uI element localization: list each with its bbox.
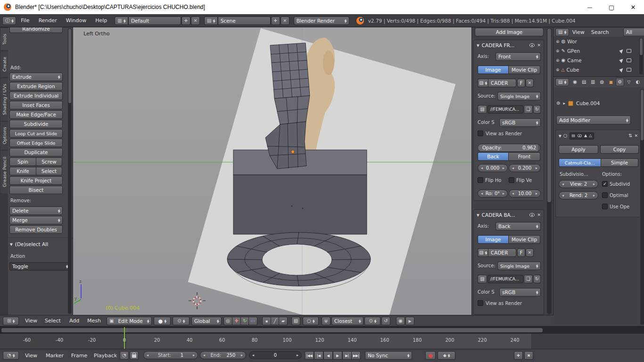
menu-marker[interactable]: Marker	[41, 353, 68, 359]
add-modifier-select[interactable]: Add Modifier	[556, 115, 631, 124]
face-select-mode-button[interactable]	[279, 317, 288, 325]
pin-icon[interactable]	[556, 101, 560, 106]
color-space-select[interactable]: sRGB	[499, 288, 541, 296]
vertex-select-mode-button[interactable]	[262, 317, 271, 325]
render-subdivisions-field[interactable]: Rend: 2	[559, 191, 598, 199]
tab-world-icon[interactable]	[598, 78, 606, 86]
subdivide-uvs-checkbox[interactable]	[602, 181, 608, 187]
increment-icon[interactable]	[593, 194, 595, 197]
tab-scene-icon[interactable]	[589, 78, 597, 86]
decrement-icon[interactable]	[512, 166, 514, 170]
scene-delete-button[interactable]	[281, 16, 289, 25]
pivot-point-select[interactable]	[173, 317, 190, 325]
image-browse-button[interactable]	[478, 79, 488, 87]
render-visibility-icon[interactable]	[627, 58, 631, 62]
outliner-row-cube[interactable]: Cube	[553, 65, 644, 74]
deselect-all-panel-header[interactable]: (De)select All	[8, 239, 73, 249]
opacity-slider[interactable]: Opacity:0.962	[478, 144, 541, 152]
opengl-render-image-button[interactable]	[396, 317, 405, 325]
tab-create[interactable]: Create	[0, 51, 8, 77]
increment-icon[interactable]	[536, 166, 537, 170]
cage-toggle-icon[interactable]: △	[589, 134, 592, 138]
unlink-image-button[interactable]	[526, 248, 534, 257]
selectable-toggle-icon[interactable]	[619, 48, 624, 53]
tool-randomize-button[interactable]: Randomize	[9, 27, 63, 33]
outliner-row-gpencil[interactable]: GPen	[553, 46, 644, 56]
outliner-scrollbar[interactable]	[639, 38, 643, 74]
rotation-field[interactable]: Ro: 0°	[478, 189, 508, 197]
scrollbar-handle[interactable]	[547, 28, 552, 203]
tool-subdivide-button[interactable]: Subdivide	[9, 120, 63, 128]
image-icon-button[interactable]	[478, 275, 487, 283]
scene-browse-button[interactable]	[204, 16, 218, 25]
viewport-shading-select[interactable]	[154, 317, 171, 325]
menu-frame[interactable]: Frame	[67, 353, 91, 359]
timeline-h-scrollbar[interactable]	[1, 328, 543, 333]
filepath-field[interactable]: //FEMUR\CA...	[487, 105, 523, 114]
editor-type-timeline-button[interactable]	[3, 351, 19, 360]
scene-add-button[interactable]	[271, 16, 280, 25]
scrollbar-handle[interactable]	[639, 38, 643, 56]
menu-search[interactable]: Search	[588, 29, 612, 35]
menu-render[interactable]: Render	[34, 17, 61, 24]
image-name-field[interactable]: CADER	[488, 248, 516, 257]
subdivision-catmull-clark-button[interactable]: Catmull-Cla...	[559, 158, 601, 167]
expand-icon[interactable]	[556, 49, 560, 53]
back-button[interactable]: Back	[478, 152, 509, 161]
menu-select[interactable]: Select	[41, 318, 65, 324]
current-frame-field[interactable]: 0	[249, 351, 302, 359]
decrement-icon[interactable]	[562, 194, 564, 197]
properties-scrollbar[interactable]	[640, 89, 644, 325]
region-scrollbar[interactable]	[547, 28, 552, 314]
use-preview-range-button[interactable]	[120, 351, 129, 360]
tab-movie-clip[interactable]: Movie Clip	[508, 66, 540, 74]
tool-make-edge-face-button[interactable]: Make Edge/Face	[9, 110, 63, 119]
tool-remove-doubles-button[interactable]: Remove Doubles	[9, 225, 63, 234]
increment-icon[interactable]	[241, 354, 243, 357]
image-name-field[interactable]: CADER	[488, 79, 516, 87]
fake-user-button[interactable]: F	[517, 79, 525, 87]
render-visibility-icon[interactable]	[627, 49, 631, 53]
screen-layout-delete-button[interactable]	[191, 16, 200, 25]
tool-extrude-individual-button[interactable]: Extrude Individual	[9, 91, 63, 100]
limit-to-visible-button[interactable]	[291, 317, 300, 325]
tool-extrude-region-button[interactable]: Extrude Region	[9, 82, 63, 90]
jump-to-start-button[interactable]	[305, 351, 314, 360]
view-subdivisions-field[interactable]: View: 2	[559, 180, 598, 188]
menu-playback[interactable]: Playback	[90, 353, 121, 359]
editor-type-properties-button[interactable]	[555, 78, 569, 86]
decrement-icon[interactable]	[562, 182, 564, 186]
reload-button[interactable]	[533, 275, 541, 283]
mode-select[interactable]: Edit Mode	[107, 317, 152, 325]
outliner-item-label[interactable]: Came	[567, 58, 581, 63]
increment-icon[interactable]	[503, 192, 504, 196]
screen-layout-name-field[interactable]: Default	[128, 16, 181, 25]
translate-manipulator-button[interactable]	[232, 317, 241, 325]
offset-y-field[interactable]: 0.200	[509, 164, 541, 172]
keying-set-select[interactable]	[438, 351, 455, 360]
flip-vertical-checkbox[interactable]	[509, 177, 514, 183]
tool-duplicate-button[interactable]: Duplicate	[9, 148, 63, 156]
proportional-edit-select[interactable]	[303, 317, 319, 325]
tool-bisect-button[interactable]: Bisect	[9, 186, 63, 194]
opengl-render-anim-button[interactable]	[405, 317, 414, 325]
tool-spin-button[interactable]: Spin	[9, 157, 36, 166]
decrement-icon[interactable]	[203, 354, 205, 357]
tab-material-icon[interactable]	[634, 78, 642, 86]
scrollbar-handle[interactable]	[68, 28, 72, 104]
filepath-field[interactable]: //FEMUR\CA...	[487, 275, 523, 283]
render-toggle-icon[interactable]	[572, 134, 576, 138]
render-engine-select[interactable]: Blender Render	[294, 16, 349, 25]
render-visibility-icon[interactable]	[627, 68, 631, 72]
viewport-visibility-icon[interactable]	[578, 134, 582, 137]
eye-icon[interactable]	[529, 213, 535, 217]
delete-keyframe-button[interactable]	[524, 351, 533, 360]
unlink-image-button[interactable]	[526, 79, 534, 87]
optimal-display-checkbox[interactable]	[602, 192, 608, 198]
outliner-item-label[interactable]: GPen	[567, 48, 580, 54]
tab-image[interactable]: Image	[478, 66, 509, 74]
tab-options[interactable]: Options	[0, 122, 8, 149]
image-icon-button[interactable]	[478, 105, 487, 114]
maximize-button[interactable]	[601, 0, 622, 14]
color-space-select[interactable]: sRGB	[499, 118, 541, 127]
